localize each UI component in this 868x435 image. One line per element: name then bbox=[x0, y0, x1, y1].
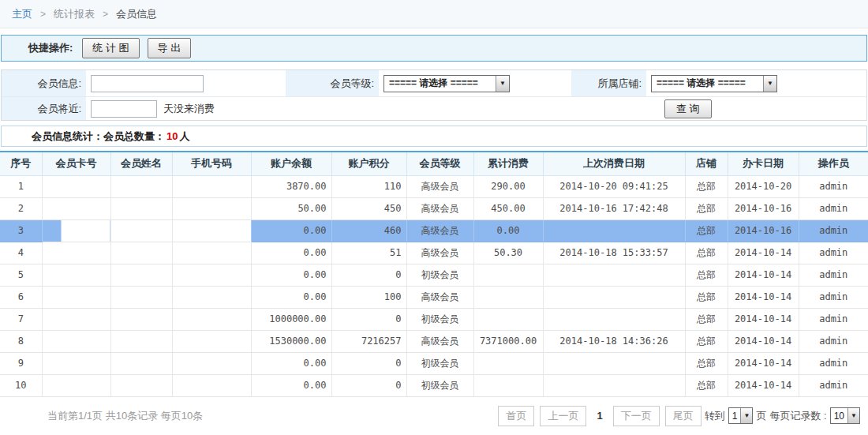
table-cell bbox=[473, 308, 543, 330]
table-cell bbox=[172, 352, 251, 374]
table-row[interactable]: 40.0051高级会员50.302014-10-18 15:33:57总部201… bbox=[0, 242, 868, 264]
table-cell bbox=[110, 175, 172, 197]
chart-button[interactable]: 统 计 图 bbox=[82, 38, 139, 58]
table-cell: 2014-10-20 09:41:25 bbox=[543, 175, 685, 197]
table-cell: 初级会员 bbox=[406, 352, 473, 374]
table-cell: 3870.00 bbox=[251, 175, 331, 197]
table-row[interactable]: 100.000初级会员总部2014-10-14admin bbox=[0, 374, 868, 396]
table-cell bbox=[543, 219, 685, 242]
filter-panel: 会员信息: 会员等级: ===== 请选择 ===== ▼ 所属店铺: ====… bbox=[1, 69, 867, 121]
table-cell: 10 bbox=[0, 374, 42, 396]
table-cell: 7216257 bbox=[331, 330, 406, 352]
last-page-button[interactable]: 尾页 bbox=[665, 406, 702, 426]
table-row[interactable]: 50.000初级会员总部2014-10-14admin bbox=[0, 264, 868, 286]
table-cell: 总部 bbox=[685, 197, 728, 219]
table-cell: 总部 bbox=[685, 219, 728, 242]
table-cell: 2014-10-14 bbox=[728, 286, 799, 308]
table-cell: 高级会员 bbox=[406, 286, 473, 308]
goto-page-value: 1 bbox=[729, 411, 741, 422]
breadcrumb: 主页 > 统计报表 > 会员信息 bbox=[0, 0, 868, 28]
table-cell: 初级会员 bbox=[406, 308, 473, 330]
table-cell bbox=[543, 374, 685, 396]
table-cell bbox=[110, 242, 172, 264]
per-page-label: 每页记录数 : bbox=[769, 409, 826, 423]
table-cell: 2014-10-14 bbox=[728, 352, 799, 374]
table-cell: 总部 bbox=[685, 175, 728, 197]
table-cell bbox=[42, 308, 110, 330]
per-page-value: 10 bbox=[831, 411, 847, 422]
table-cell bbox=[42, 219, 110, 242]
table-cell: 总部 bbox=[685, 242, 728, 264]
table-row[interactable]: 60.00100高级会员总部2014-10-14admin bbox=[0, 286, 868, 308]
table-row[interactable]: 30.00460高级会员0.00总部2014-10-16admin bbox=[0, 219, 868, 242]
table-cell: 450 bbox=[331, 197, 406, 219]
table-cell: 2014-10-16 17:42:48 bbox=[543, 197, 685, 219]
next-page-button[interactable]: 下一页 bbox=[613, 406, 660, 426]
days-input[interactable] bbox=[91, 100, 157, 118]
member-info-label: 会员信息: bbox=[2, 70, 86, 96]
table-cell: 1000000.00 bbox=[251, 308, 331, 330]
quick-actions-bar: 快捷操作: 统 计 图 导 出 bbox=[1, 35, 867, 62]
table-row[interactable]: 81530000.007216257高级会员7371000.002014-10-… bbox=[0, 330, 868, 352]
member-info-input[interactable] bbox=[91, 75, 204, 92]
table-cell bbox=[110, 197, 172, 219]
chevron-down-icon: ▼ bbox=[847, 408, 859, 423]
table-body: 13870.00110高级会员290.002014-10-20 09:41:25… bbox=[0, 175, 868, 396]
table-header: 序号会员卡号会员姓名手机号码账户余额账户积分会员等级累计消费上次消费日期店铺办卡… bbox=[0, 152, 868, 175]
export-button[interactable]: 导 出 bbox=[148, 38, 192, 58]
store-label: 所属店铺: bbox=[571, 70, 646, 96]
filter-row-2: 会员将近: 天没来消费 bbox=[2, 96, 866, 120]
table-cell: 0.00 bbox=[251, 264, 331, 286]
table-row[interactable]: 90.000初级会员总部2014-10-14admin bbox=[0, 352, 868, 374]
column-header: 会员姓名 bbox=[110, 152, 172, 175]
table-cell: 总部 bbox=[685, 374, 728, 396]
prev-page-button[interactable]: 上一页 bbox=[540, 406, 586, 426]
table-cell bbox=[172, 286, 251, 308]
table-cell bbox=[42, 352, 110, 374]
goto-page-select[interactable]: 1 ▼ bbox=[728, 407, 754, 424]
column-header: 账户余额 bbox=[251, 152, 331, 175]
table-cell: 2014-10-14 bbox=[728, 242, 799, 264]
table-cell: 总部 bbox=[685, 330, 728, 352]
table-cell: 总部 bbox=[685, 352, 728, 374]
table-cell: admin bbox=[799, 330, 868, 352]
table-cell: admin bbox=[799, 352, 868, 374]
table-cell: 总部 bbox=[685, 264, 728, 286]
breadcrumb-home-link[interactable]: 主页 bbox=[12, 7, 32, 21]
table-cell: admin bbox=[799, 264, 868, 286]
column-header: 会员等级 bbox=[406, 152, 473, 175]
table-cell: 9 bbox=[0, 352, 42, 374]
table-row[interactable]: 250.00450高级会员450.002014-10-16 17:42:48总部… bbox=[0, 197, 868, 219]
table-cell bbox=[42, 175, 110, 197]
column-header: 店铺 bbox=[685, 152, 728, 175]
table-cell bbox=[543, 286, 685, 308]
column-header: 账户积分 bbox=[331, 152, 406, 175]
table-row[interactable]: 71000000.000初级会员总部2014-10-14admin bbox=[0, 308, 868, 330]
table-cell: 5 bbox=[0, 264, 42, 286]
member-level-select[interactable]: ===== 请选择 ===== ▼ bbox=[383, 75, 510, 92]
table-cell: 8 bbox=[0, 330, 42, 352]
table-cell: 0.00 bbox=[251, 352, 331, 374]
per-page-select[interactable]: 10 ▼ bbox=[830, 407, 860, 424]
table-cell bbox=[172, 219, 251, 242]
first-page-button[interactable]: 首页 bbox=[498, 406, 534, 426]
table-cell: 0.00 bbox=[251, 374, 331, 396]
table-cell: 2014-10-14 bbox=[728, 264, 799, 286]
table-row[interactable]: 13870.00110高级会员290.002014-10-20 09:41:25… bbox=[0, 175, 868, 197]
member-table: 序号会员卡号会员姓名手机号码账户余额账户积分会员等级累计消费上次消费日期店铺办卡… bbox=[0, 151, 868, 397]
breadcrumb-reports-link[interactable]: 统计报表 bbox=[54, 7, 95, 21]
member-near-label: 会员将近: bbox=[2, 97, 86, 120]
search-button[interactable]: 查 询 bbox=[664, 99, 712, 118]
store-select[interactable]: ===== 请选择 ===== ▼ bbox=[651, 75, 777, 92]
member-near-cell: 天没来消费 bbox=[86, 97, 866, 120]
table-cell: 0 bbox=[331, 264, 406, 286]
store-cell: ===== 请选择 ===== ▼ bbox=[646, 70, 866, 96]
table-cell bbox=[473, 374, 543, 396]
table-cell: 0.00 bbox=[251, 286, 331, 308]
table-cell: 4 bbox=[0, 242, 42, 264]
chevron-down-icon: ▼ bbox=[763, 76, 776, 92]
stats-suffix: 人 bbox=[179, 129, 189, 144]
table-cell bbox=[172, 330, 251, 352]
table-cell: 2014-10-14 bbox=[728, 330, 799, 352]
table-cell: 0.00 bbox=[251, 242, 331, 264]
